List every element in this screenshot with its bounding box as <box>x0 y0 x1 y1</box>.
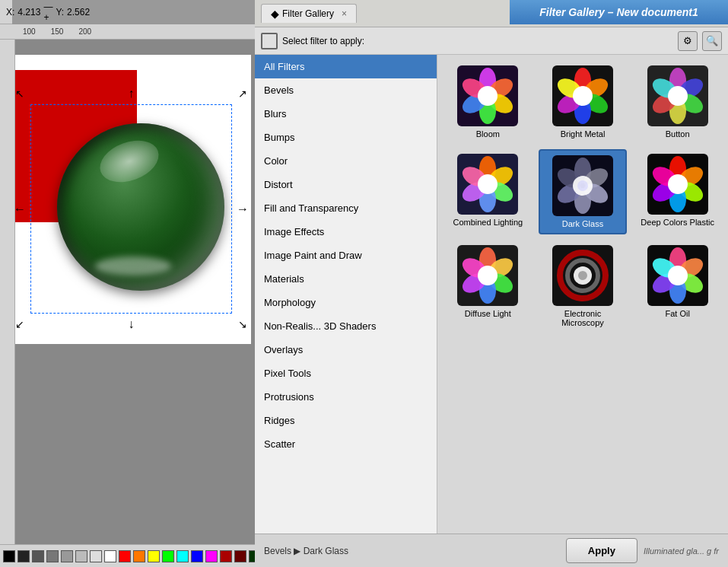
title-text: Filter Gallery – New document1 <box>539 6 698 18</box>
filter-item-bloom[interactable]: Bloom <box>443 61 532 143</box>
svg-point-56 <box>478 266 498 285</box>
svg-point-15 <box>573 86 593 106</box>
color-swatch[interactable] <box>46 550 59 562</box>
svg-point-23 <box>668 86 688 106</box>
svg-point-48 <box>668 174 688 194</box>
filter-list-item-pixel-tools[interactable]: Pixel Tools <box>255 362 437 385</box>
canvas-content: ↖ ↑ ↗ ← → ↙ ↓ ↘ <box>15 40 255 544</box>
filter-item-bright-metal[interactable]: Bright Metal <box>539 61 628 143</box>
toolbar-square-icon <box>261 33 278 49</box>
filter-gallery-tab[interactable]: ◆ Filter Gallery × <box>261 4 357 23</box>
filter-gallery-dialog: Filter Gallery – New document1 ◆ Filter … <box>255 0 728 567</box>
svg-point-40 <box>577 180 588 191</box>
canvas-circle <box>57 123 224 291</box>
color-swatch[interactable] <box>176 550 189 562</box>
filter-list-item-color[interactable]: Color <box>255 149 437 173</box>
ruler-mark: 100 <box>23 27 36 36</box>
filter-list-item-scatter[interactable]: Scatter <box>255 432 437 456</box>
filter-list-item-overlays[interactable]: Overlays <box>255 338 437 362</box>
filter-label: Combined Lighting <box>453 218 523 227</box>
filter-item-button[interactable]: Button <box>633 61 722 143</box>
color-swatch[interactable] <box>191 550 203 562</box>
filter-label: Button <box>666 129 690 139</box>
filter-thumbnail <box>457 154 518 215</box>
filter-list-item-image-effects[interactable]: Image Effects <box>255 220 437 244</box>
y-value: 2.562 <box>67 7 90 18</box>
filter-thumbnail <box>457 65 518 126</box>
dialog-title: Filter Gallery – New document1 <box>510 0 728 24</box>
ruler-mark: 200 <box>78 27 91 36</box>
coord-separator: —+ <box>43 2 52 23</box>
x-value: 4.213 <box>17 7 40 18</box>
ruler-left <box>0 40 15 567</box>
breadcrumb: Bevels ▶ Dark Glass <box>264 546 560 556</box>
filter-label: Dark Glass <box>562 219 603 228</box>
color-swatch[interactable] <box>90 550 102 562</box>
filter-list-item-blurs[interactable]: Blurs <box>255 102 437 126</box>
filter-thumbnail <box>552 65 613 126</box>
y-label: Y: <box>56 7 64 18</box>
filter-list-item-protrusions[interactable]: Protrusions <box>255 385 437 409</box>
color-swatch[interactable] <box>234 550 246 562</box>
color-swatch[interactable] <box>119 550 131 562</box>
color-swatch[interactable] <box>205 550 218 562</box>
filter-item-electronic-microscopy[interactable]: Electronic Microscopy <box>539 240 628 332</box>
filter-list: All FiltersBevelsBlursBumpsColorDistortF… <box>255 55 437 534</box>
filter-thumbnail <box>552 155 613 216</box>
apply-button[interactable]: Apply <box>566 538 637 563</box>
filter-list-item-fill[interactable]: Fill and Transparency <box>255 196 437 220</box>
circle-highlight <box>95 256 171 276</box>
color-swatch[interactable] <box>75 550 87 562</box>
coordinates-bar: X: 4.213 —+ Y: 2.562 <box>0 0 12 24</box>
tab-icon: ◆ <box>271 8 279 20</box>
color-swatch[interactable] <box>133 550 145 562</box>
filter-thumbnail <box>647 245 708 306</box>
color-swatch[interactable] <box>61 550 73 562</box>
filter-item-fat-oil[interactable]: Fat Oil <box>633 240 722 332</box>
filter-thumbnail <box>647 154 708 215</box>
filter-item-deep-colors-plastic[interactable]: Deep Colors Plastic <box>633 149 722 234</box>
color-swatch[interactable] <box>220 550 232 562</box>
ruler-mark: 150 <box>51 27 64 36</box>
filter-list-item-image-paint[interactable]: Image Paint and Draw <box>255 244 437 267</box>
status-label: Illuminated gla... g fr <box>644 546 719 556</box>
color-swatch[interactable] <box>148 550 160 562</box>
filter-item-diffuse-light[interactable]: Diffuse Light <box>443 240 532 332</box>
filter-item-combined-lighting[interactable]: Combined Lighting <box>443 149 532 234</box>
gear-icon: ⚙ <box>683 35 692 46</box>
color-swatch[interactable] <box>162 550 174 562</box>
search-icon: 🔍 <box>706 35 718 46</box>
filter-list-item-bevels[interactable]: Bevels <box>255 78 437 102</box>
dialog-toolbar: Select filter to apply: ⚙ 🔍 <box>255 27 728 55</box>
filter-item-dark-glass[interactable]: Dark Glass <box>539 149 628 234</box>
filter-thumbnail <box>552 245 613 306</box>
search-button[interactable]: 🔍 <box>702 31 722 51</box>
color-swatch[interactable] <box>249 550 255 562</box>
color-swatch[interactable] <box>32 550 44 562</box>
dialog-bottom-bar: Bevels ▶ Dark Glass Apply Illuminated gl… <box>255 534 728 567</box>
color-swatch[interactable] <box>104 550 116 562</box>
color-swatch[interactable] <box>3 550 15 562</box>
filter-list-item-morphology[interactable]: Morphology <box>255 291 437 314</box>
filter-list-item-bumps[interactable]: Bumps <box>255 126 437 149</box>
gear-button[interactable]: ⚙ <box>678 31 698 51</box>
toolbar-select-label: Select filter to apply: <box>282 36 673 46</box>
color-swatch[interactable] <box>17 550 30 562</box>
filter-list-item-materials[interactable]: Materials <box>255 267 437 291</box>
color-palette <box>0 544 255 567</box>
filter-list-item-ridges[interactable]: Ridges <box>255 409 437 432</box>
filter-label: Diffuse Light <box>465 309 511 318</box>
filter-list-item-non-realis[interactable]: Non-Realis... 3D Shaders <box>255 314 437 338</box>
filter-list-item-distort[interactable]: Distort <box>255 173 437 196</box>
x-label: X: <box>6 7 14 18</box>
filter-label: Bloom <box>476 129 500 139</box>
filter-list-item-all[interactable]: All Filters <box>255 55 437 78</box>
filter-label: Deep Colors Plastic <box>641 218 714 227</box>
ruler-top: 100 150 200 <box>0 24 255 40</box>
tab-label: Filter Gallery <box>282 8 334 19</box>
filter-label: Fat Oil <box>665 309 689 318</box>
tab-close-button[interactable]: × <box>342 8 347 19</box>
svg-point-61 <box>578 271 587 280</box>
canvas-area: X: 4.213 —+ Y: 2.562 100 150 200 ↖ ↑ ↗ ←… <box>0 0 255 567</box>
svg-point-69 <box>668 266 688 285</box>
